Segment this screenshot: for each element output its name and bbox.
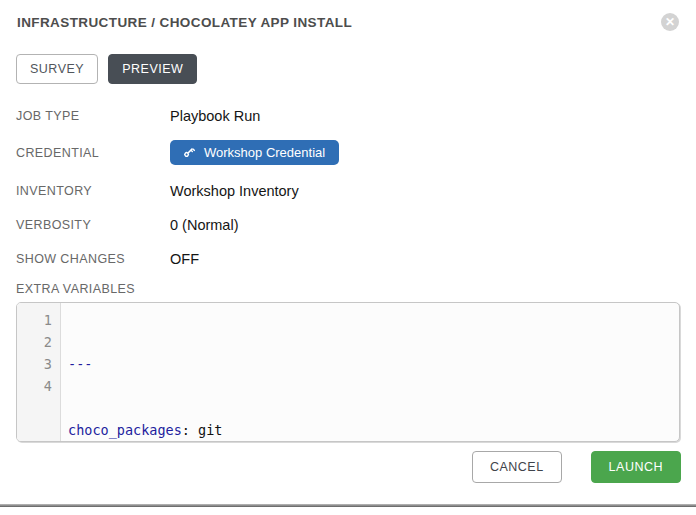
launch-button[interactable]: LAUNCH: [591, 451, 681, 483]
code-line: choco_packages: git: [68, 419, 679, 441]
field-row-job-type: JOB TYPE Playbook Run: [16, 105, 680, 127]
cancel-button[interactable]: CANCEL: [472, 451, 562, 483]
line-number: 2: [17, 331, 52, 353]
yaml-value-token: : git: [182, 422, 223, 438]
verbosity-label: VERBOSITY: [16, 218, 170, 232]
yaml-doc-start-token: ---: [68, 356, 92, 372]
line-number: 3: [17, 353, 52, 375]
modal-title: INFRASTRUCTURE / CHOCOLATEY APP INSTALL: [17, 15, 679, 30]
line-number: 4: [17, 375, 52, 397]
editor-code-area[interactable]: --- choco_packages: git app_state: prese…: [61, 303, 679, 441]
credential-label: CREDENTIAL: [16, 146, 170, 160]
window-bottom-edge: [0, 504, 696, 507]
editor-line-number-gutter: 1 2 3 4: [17, 303, 61, 441]
field-row-show-changes: SHOW CHANGES OFF: [16, 248, 680, 270]
modal-footer: CANCEL LAUNCH: [472, 451, 681, 483]
launch-preview-modal: INFRASTRUCTURE / CHOCOLATEY APP INSTALL …: [0, 0, 696, 515]
key-icon: [182, 146, 195, 159]
credential-chip-label: Workshop Credential: [204, 145, 325, 160]
show-changes-label: SHOW CHANGES: [16, 252, 170, 266]
job-type-label: JOB TYPE: [16, 109, 170, 123]
field-row-verbosity: VERBOSITY 0 (Normal): [16, 214, 680, 236]
tab-bar: SURVEY PREVIEW: [0, 54, 696, 84]
show-changes-value: OFF: [170, 251, 199, 267]
inventory-value: Workshop Inventory: [170, 183, 299, 199]
job-details: JOB TYPE Playbook Run CREDENTIAL: [0, 105, 696, 270]
field-row-inventory: INVENTORY Workshop Inventory: [16, 180, 680, 202]
modal-header: INFRASTRUCTURE / CHOCOLATEY APP INSTALL …: [0, 0, 696, 30]
code-line: ---: [68, 353, 679, 375]
yaml-key-token: choco_packages: [68, 422, 182, 438]
close-icon[interactable]: ✕: [661, 13, 679, 31]
credential-chip[interactable]: Workshop Credential: [170, 140, 339, 165]
field-row-credential: CREDENTIAL Workshop Credential: [16, 139, 680, 166]
extra-variables-editor[interactable]: 1 2 3 4 --- choco_packages: git app_stat…: [16, 302, 680, 442]
extra-variables-label: EXTRA VARIABLES: [0, 282, 696, 296]
inventory-label: INVENTORY: [16, 184, 170, 198]
tab-preview[interactable]: PREVIEW: [108, 54, 197, 84]
line-number: 1: [17, 309, 52, 331]
job-type-value: Playbook Run: [170, 108, 260, 124]
tab-survey[interactable]: SURVEY: [16, 54, 98, 84]
verbosity-value: 0 (Normal): [170, 217, 238, 233]
